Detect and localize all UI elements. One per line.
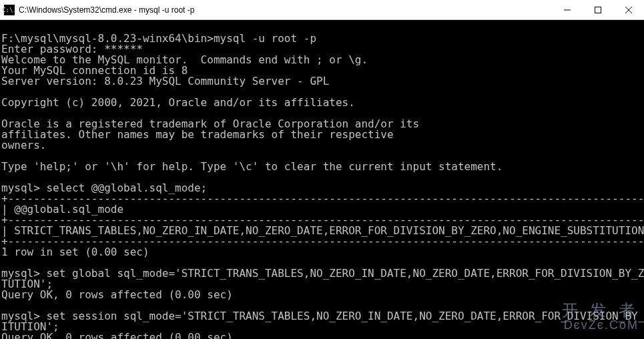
terminal-line: Query OK, 0 rows affected (0.00 sec): [1, 332, 643, 339]
window-title: C:\Windows\System32\cmd.exe - mysql -u r…: [19, 5, 552, 15]
terminal-line: mysql> set session sql_mode='STRICT_TRAN…: [1, 311, 643, 322]
terminal-line: affiliates. Other names may be trademark…: [1, 129, 643, 140]
terminal-line: Type 'help;' or '\h' for help. Type '\c'…: [1, 161, 643, 172]
close-button[interactable]: [613, 0, 644, 19]
minimize-button[interactable]: [552, 0, 583, 19]
cmd-icon: C:\.: [4, 5, 15, 15]
terminal-output[interactable]: F:\mysql\mysql-8.0.23-winx64\bin>mysql -…: [0, 20, 644, 339]
svg-rect-1: [595, 7, 601, 13]
terminal-line: Query OK, 0 rows affected (0.00 sec): [1, 290, 643, 300]
window-controls: [552, 0, 644, 19]
terminal-line: mysql> set global sql_mode='STRICT_TRANS…: [1, 268, 643, 279]
window-titlebar: C:\. C:\Windows\System32\cmd.exe - mysql…: [0, 0, 644, 20]
terminal-line: Copyright (c) 2000, 2021, Oracle and/or …: [1, 97, 643, 108]
terminal-line: owners.: [1, 140, 643, 151]
terminal-line: Server version: 8.0.23 MySQL Community S…: [1, 76, 643, 87]
maximize-button[interactable]: [583, 0, 613, 19]
terminal-line: 1 row in set (0.00 sec): [1, 247, 643, 258]
